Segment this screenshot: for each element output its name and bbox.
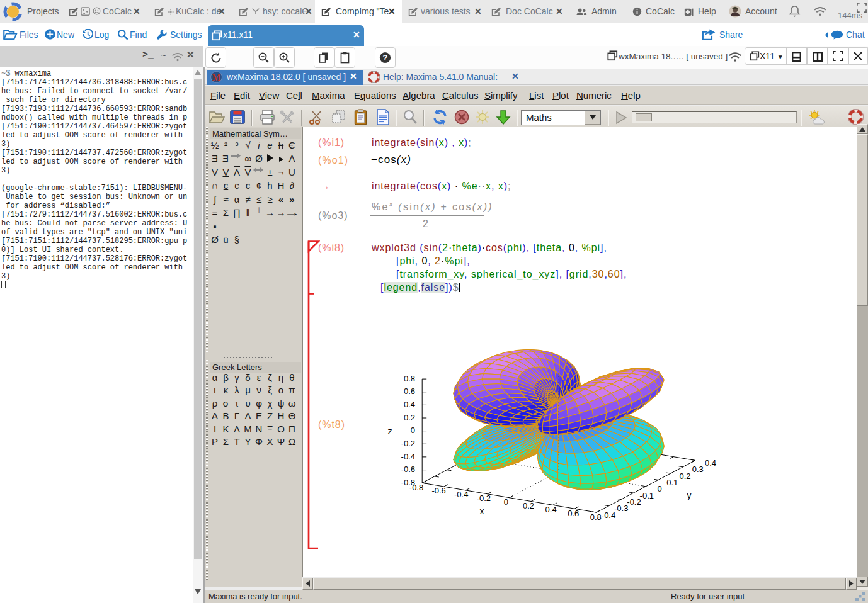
svg-text:M: M <box>212 73 220 82</box>
svg-text:?: ? <box>383 53 388 62</box>
